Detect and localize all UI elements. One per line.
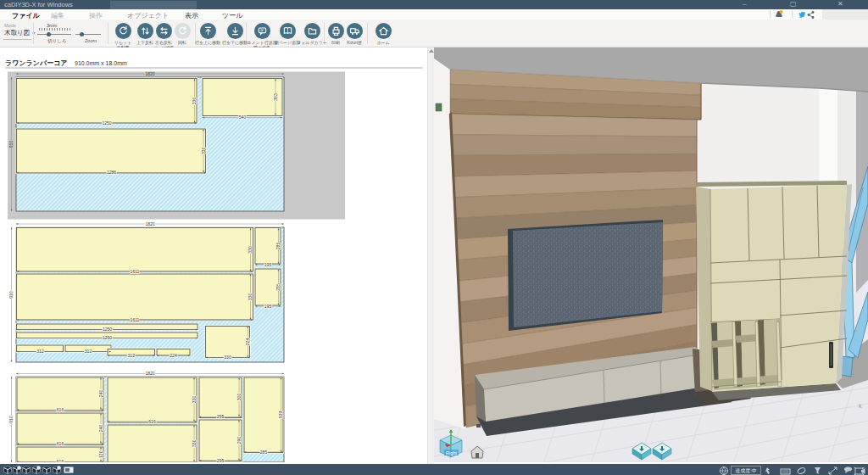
- svg-text:300: 300: [236, 394, 242, 401]
- svg-text:120: 120: [98, 450, 103, 458]
- svg-text:616: 616: [57, 441, 64, 446]
- svg-text:k: k: [859, 403, 862, 409]
- svg-text:330: 330: [192, 98, 197, 105]
- svg-text:240: 240: [98, 425, 103, 433]
- svg-text:910.0mm x 18.0mm: 910.0mm x 18.0mm: [75, 60, 127, 66]
- svg-text:1820: 1820: [145, 371, 154, 376]
- svg-text:1611: 1611: [131, 269, 140, 274]
- svg-text:285: 285: [260, 450, 268, 455]
- svg-text:303: 303: [273, 93, 278, 101]
- svg-text:312: 312: [36, 349, 44, 354]
- svg-text:910: 910: [8, 291, 14, 299]
- svg-text:312: 312: [85, 349, 92, 354]
- svg-text:1820: 1820: [145, 221, 154, 226]
- svg-text:330: 330: [248, 293, 253, 301]
- svg-text:540: 540: [239, 115, 247, 120]
- svg-text:330: 330: [192, 439, 197, 447]
- svg-text:285: 285: [275, 283, 281, 291]
- svg-text:910: 910: [8, 141, 14, 148]
- svg-text:224: 224: [170, 353, 177, 358]
- svg-text:295: 295: [217, 458, 225, 462]
- svg-text:295: 295: [217, 414, 225, 419]
- svg-text:Right: Right: [446, 450, 457, 455]
- svg-text:1250: 1250: [103, 327, 112, 332]
- svg-text:224: 224: [245, 338, 250, 346]
- svg-text:290: 290: [236, 437, 242, 444]
- svg-text:539: 539: [278, 411, 283, 419]
- svg-text:330: 330: [248, 246, 253, 254]
- svg-text:330: 330: [201, 147, 206, 154]
- svg-text:312: 312: [128, 353, 136, 358]
- svg-text:1611: 1611: [131, 317, 140, 322]
- svg-text:616: 616: [148, 419, 156, 424]
- svg-text:330: 330: [224, 355, 231, 360]
- svg-text:910: 910: [8, 416, 14, 423]
- svg-text:285: 285: [275, 243, 281, 250]
- svg-text:1250: 1250: [103, 335, 112, 340]
- svg-text:616: 616: [57, 407, 64, 412]
- svg-text:1250: 1250: [102, 120, 111, 126]
- svg-text:1820: 1820: [145, 71, 154, 76]
- svg-text:616: 616: [57, 459, 64, 462]
- svg-text:330: 330: [192, 396, 197, 404]
- svg-text:195: 195: [264, 304, 272, 309]
- svg-text:1286: 1286: [107, 170, 116, 175]
- svg-text:195: 195: [264, 262, 272, 267]
- svg-text:240: 240: [98, 390, 103, 398]
- svg-text:ラワンランバーコア: ラワンランバーコア: [5, 59, 68, 67]
